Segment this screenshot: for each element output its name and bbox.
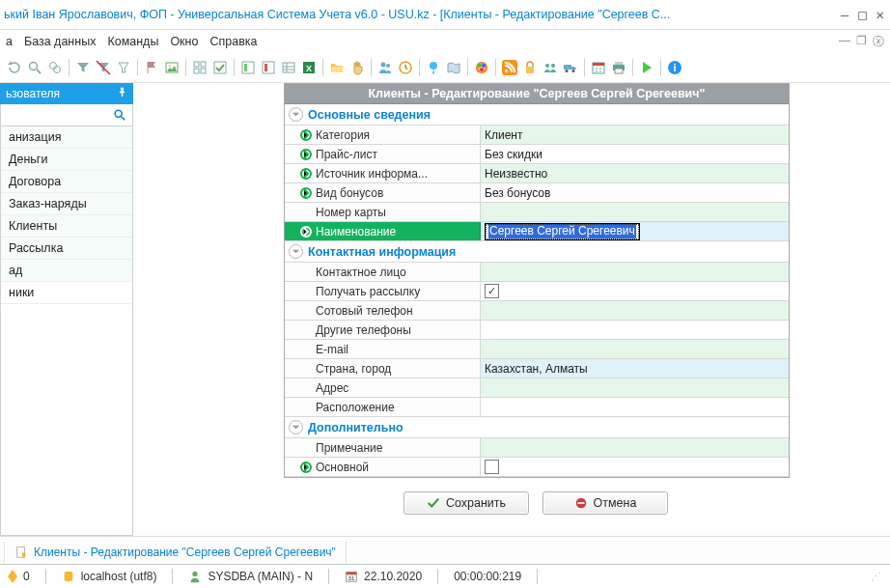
save-button[interactable]: Сохранить xyxy=(403,491,529,515)
toolbar-info-icon[interactable]: i xyxy=(666,59,683,76)
field-value-contact-person[interactable] xyxy=(481,263,789,281)
toolbar-filter-icon[interactable] xyxy=(74,59,92,76)
nav-item-organization[interactable]: анизация xyxy=(1,126,132,149)
menu-item-window[interactable]: Окно xyxy=(170,35,198,48)
status-indicator: 0 xyxy=(8,570,30,583)
mdi-close-icon[interactable]: ⓧ xyxy=(873,34,884,50)
toolbar-group-icon[interactable] xyxy=(542,59,559,76)
toolbar-search-icon[interactable] xyxy=(26,59,43,76)
minimize-button[interactable]: — xyxy=(841,7,848,22)
toolbar-users-icon[interactable] xyxy=(376,59,394,76)
field-value-name[interactable]: Сергеев Сергей Срегеевич xyxy=(481,222,789,240)
menu-item-commands[interactable]: Команды xyxy=(107,35,158,48)
toolbar-map-icon[interactable] xyxy=(445,59,462,76)
mdi-restore-icon[interactable]: ❐ xyxy=(856,34,867,50)
svg-rect-35 xyxy=(615,62,623,65)
collapse-icon[interactable] xyxy=(289,107,303,122)
field-label: Номер карты xyxy=(316,206,386,219)
toolbar-refresh-icon[interactable] xyxy=(6,59,23,76)
collapse-icon[interactable] xyxy=(289,244,303,259)
toolbar-grid-icon[interactable] xyxy=(191,59,209,76)
section-header-main[interactable]: Основные сведения xyxy=(285,104,789,126)
toolbar-calendar-icon[interactable] xyxy=(590,59,607,76)
field-row-location: Расположение xyxy=(285,398,789,417)
field-value-primary[interactable] xyxy=(481,458,789,476)
nav-item-orders[interactable]: Заказ-наряды xyxy=(1,193,132,215)
field-value-card[interactable] xyxy=(481,203,789,221)
resize-grip-icon[interactable]: ⋰ xyxy=(871,571,882,583)
field-value-location[interactable] xyxy=(481,398,789,416)
svg-point-31 xyxy=(566,70,569,72)
cancel-button[interactable]: Отмена xyxy=(542,491,668,515)
svg-rect-13 xyxy=(264,64,267,71)
field-label: Источник информа... xyxy=(316,167,428,181)
toolbar-clock-icon[interactable] xyxy=(397,59,414,76)
field-row-note: Примечание xyxy=(285,438,789,458)
toolbar-hand-icon[interactable] xyxy=(348,59,366,76)
form-buttons: Сохранить Отмена xyxy=(284,478,788,515)
section-header-extra[interactable]: Дополнительно xyxy=(285,417,789,438)
field-value-country[interactable]: Казахстан, Алматы xyxy=(481,359,789,378)
field-value-pricelist[interactable]: Без скидки xyxy=(481,145,789,163)
nav-item-contracts[interactable]: Договора xyxy=(1,171,132,193)
calendar-icon: 31 xyxy=(345,570,358,583)
menu-item-1[interactable]: а xyxy=(6,35,13,48)
maximize-button[interactable]: □ xyxy=(858,7,866,22)
sidebar-pin-icon[interactable] xyxy=(117,87,127,100)
field-row-contact-person: Контактное лицо xyxy=(285,263,789,282)
toolbar-color-icon[interactable] xyxy=(473,59,490,76)
toolbar-truck-icon[interactable] xyxy=(562,59,579,76)
nav-item-money[interactable]: Деньги xyxy=(1,149,132,171)
field-value-address[interactable] xyxy=(481,378,789,397)
check-icon xyxy=(427,496,440,510)
toolbar-image-icon[interactable] xyxy=(163,59,181,76)
save-button-label: Сохранить xyxy=(446,496,506,510)
field-value-email[interactable] xyxy=(481,340,789,358)
toolbar-props-red-icon[interactable] xyxy=(260,59,277,76)
nav-item-warehouse[interactable]: ад xyxy=(1,260,132,282)
mdi-tab-clients-edit[interactable]: Клиенты - Редактирование "Сергеев Сергей… xyxy=(4,542,347,564)
svg-rect-10 xyxy=(242,62,254,73)
status-timer-value: 00:00:00:219 xyxy=(454,570,521,583)
menu-item-database[interactable]: База данных xyxy=(24,35,96,48)
nav-item-clients[interactable]: Клиенты xyxy=(1,215,132,238)
toolbar-pin-icon[interactable] xyxy=(425,59,442,76)
field-value-note[interactable] xyxy=(481,438,789,457)
nav-item-reference[interactable]: ники xyxy=(1,282,132,304)
primary-checkbox[interactable] xyxy=(485,460,499,474)
field-value-mailing[interactable]: ✓ xyxy=(481,282,789,300)
toolbar-play-icon[interactable] xyxy=(638,59,655,76)
field-value-phones[interactable] xyxy=(481,321,789,339)
nav-item-mailing[interactable]: Рассылка xyxy=(1,238,132,260)
mdi-minimize-icon[interactable]: — xyxy=(839,34,850,50)
toolbar-flag-icon[interactable] xyxy=(143,59,160,76)
toolbar-props-green-icon[interactable] xyxy=(239,59,257,76)
section-label: Контактная информация xyxy=(308,245,456,259)
field-label: Другие телефоны xyxy=(316,323,411,337)
field-value-bonus[interactable]: Без бонусов xyxy=(481,183,789,202)
field-value-source[interactable]: Неизвестно xyxy=(481,164,789,182)
toolbar-print-icon[interactable] xyxy=(610,59,627,76)
name-input[interactable]: Сергеев Сергей Срегеевич xyxy=(485,223,640,240)
toolbar-funnel-icon[interactable] xyxy=(115,59,132,76)
toolbar-filter-clear-icon[interactable] xyxy=(95,59,112,76)
field-value-category[interactable]: Клиент xyxy=(481,126,789,144)
section-header-contact[interactable]: Контактная информация xyxy=(285,241,789,263)
toolbar-folder-open-icon[interactable] xyxy=(328,59,346,76)
toolbar-lock-icon[interactable] xyxy=(521,59,539,76)
close-button[interactable]: ✕ xyxy=(876,7,884,22)
toolbar-zoom-icon[interactable] xyxy=(46,59,64,76)
required-icon xyxy=(300,226,312,238)
field-row-country: Страна, город Казахстан, Алматы xyxy=(285,359,789,378)
sidebar-header-label: ьзователя xyxy=(6,87,60,100)
toolbar-checkbox-icon[interactable] xyxy=(211,59,229,76)
field-value-mobile[interactable] xyxy=(481,301,789,320)
svg-rect-30 xyxy=(564,65,571,70)
menu-item-help[interactable]: Справка xyxy=(209,35,257,48)
sidebar-search[interactable] xyxy=(0,104,133,126)
toolbar-rss-icon[interactable] xyxy=(501,59,518,76)
mailing-checkbox[interactable]: ✓ xyxy=(485,284,499,298)
collapse-icon[interactable] xyxy=(289,420,303,434)
toolbar-table-icon[interactable] xyxy=(280,59,297,76)
toolbar-xls-icon[interactable]: X xyxy=(300,59,318,76)
